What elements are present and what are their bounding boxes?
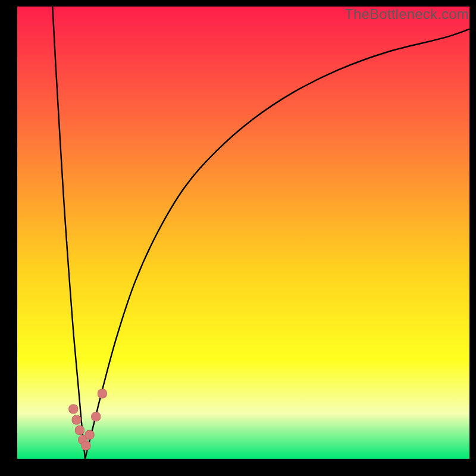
plot-background — [17, 7, 469, 459]
bottleneck-plot — [17, 7, 469, 459]
marker-point — [85, 430, 94, 439]
chart-frame: TheBottleneck.com — [0, 0, 476, 476]
marker-point — [69, 405, 78, 414]
marker-point — [98, 389, 107, 398]
marker-point — [82, 441, 90, 450]
marker-point — [75, 426, 84, 435]
marker-point — [72, 415, 81, 424]
marker-point — [92, 412, 101, 421]
watermark-text: TheBottleneck.com — [345, 6, 469, 23]
